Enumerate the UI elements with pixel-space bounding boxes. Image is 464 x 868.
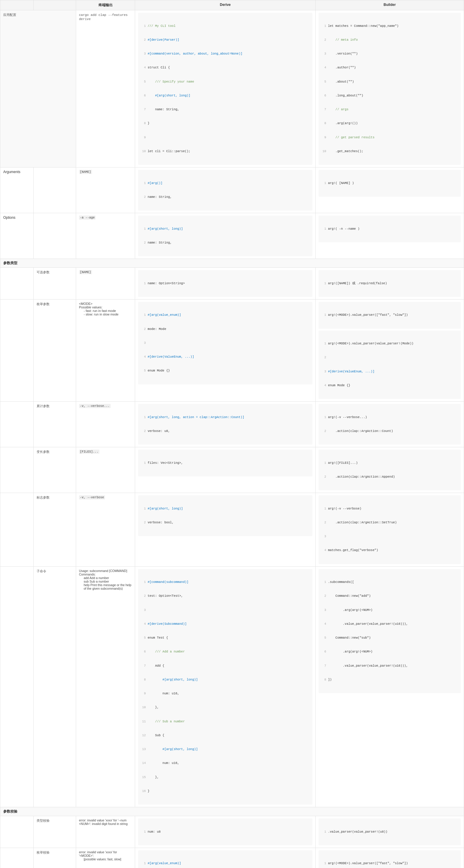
row-label-empty8 <box>0 848 34 868</box>
row-sublabel-typecheck: 类型校验 <box>34 816 76 848</box>
row-derive-enum: 1#[arg(value_enum)] 2mode: Mode 3 4#[der… <box>135 299 315 401</box>
row-builder-flag: 1arg!(-v --verbose) 2 .action(clap::ArgA… <box>315 493 464 567</box>
table-row: 可选参数 [NAME] 1name: Option<String> 1arg!(… <box>0 268 464 300</box>
main-table: 终端输出 Derive Builder 应用配置 cargo add clap … <box>0 0 464 868</box>
row-builder-count: 1arg!(-v --verbose...) 2 .action(clap::A… <box>315 402 464 447</box>
row-sublabel-subcommand: 子命令 <box>34 566 76 807</box>
row-sublabel-enum: 枚举参数 <box>34 299 76 401</box>
row-label-empty3 <box>0 402 34 447</box>
row-builder-varlen: 1arg!([FILES]...) 2 .action(clap::ArgAct… <box>315 447 464 493</box>
table-row: Arguments [NAME] 1#[arg()] 2name: String… <box>0 167 464 213</box>
table-row: 累计参数 -v, --verbose... 1#[arg(short, long… <box>0 402 464 447</box>
table-row: 子命令 Usage: subcommand [COMMAND] Commands… <box>0 566 464 807</box>
col-header-label <box>0 0 34 10</box>
row-label-empty2 <box>0 299 34 401</box>
row-label-empty5 <box>0 493 34 567</box>
row-derive-options: 1#[arg(short, long)] 2name: String, <box>135 213 315 259</box>
row-terminal-optional: [NAME] <box>76 268 135 300</box>
row-label-empty6 <box>0 566 34 807</box>
row-label-empty7 <box>0 816 34 848</box>
row-sublabel-varlen: 变长参数 <box>34 447 76 493</box>
row-terminal-options: -a --age <box>76 213 135 259</box>
row-terminal-flag: -v, --verbose <box>76 493 135 567</box>
row-builder-arguments: 1arg!( [NAME] ) <box>315 167 464 213</box>
row-terminal-enum: <MODE> Possible values: - fast: run in f… <box>76 299 135 401</box>
row-sublabel-options <box>34 213 76 259</box>
row-label-empty4 <box>0 447 34 493</box>
section-label-paramtype: 参数类型 <box>0 259 464 268</box>
table-row: 枚举校验 error: invalid value 'xxxx' for '<M… <box>0 848 464 868</box>
row-terminal-enumcheck: error: invalid value 'xxxx' for '<MODE>'… <box>76 848 135 868</box>
col-header-derive: Derive <box>135 0 315 10</box>
row-label-arguments: Arguments <box>0 167 34 213</box>
row-terminal-subcommand: Usage: subcommand [COMMAND] Commands: ad… <box>76 566 135 807</box>
row-derive-subcommand: 1#[command(subcommand)] 2test: Option<Te… <box>135 566 315 807</box>
row-builder-optional: 1arg!([NAME]) 或 .required(false) <box>315 268 464 300</box>
row-terminal-typecheck: error: invalid value 'xxxx' for '--num <… <box>76 816 135 848</box>
row-sublabel-count: 累计参数 <box>34 402 76 447</box>
table-row: 枚举参数 <MODE> Possible values: - fast: run… <box>0 299 464 401</box>
row-label-options: Options <box>0 213 34 259</box>
cargo-derive-cmd: cargo add clap --features derive <box>76 10 135 167</box>
row-sublabel-flag: 标志参数 <box>34 493 76 567</box>
row-builder-options: 1arg!( -n --name ) <box>315 213 464 259</box>
row-derive-count: 1#[arg(short, long, action = clap::ArgAc… <box>135 402 315 447</box>
row-sublabel-enumcheck: 枚举校验 <box>34 848 76 868</box>
row-label-empty1 <box>0 268 34 300</box>
table-row: 类型校验 error: invalid value 'xxxx' for '--… <box>0 816 464 848</box>
row-terminal-arguments: [NAME] <box>76 167 135 213</box>
row-derive-typecheck: 1num: u8 <box>135 816 315 848</box>
row-sublabel-optional: 可选参数 <box>34 268 76 300</box>
app-config-builder: 1let matches = Command::new("app_name") … <box>315 10 464 167</box>
col-header-builder: Builder <box>315 0 464 10</box>
col-header-sublabel <box>34 0 76 10</box>
table-row: 变长参数 [FILES]... 1files: Vec<String>, 1ar… <box>0 447 464 493</box>
row-sublabel <box>34 167 76 213</box>
row-derive-enumcheck: 1#[arg(value_enum)] 2mode: Mode 3 4#[der… <box>135 848 315 868</box>
row-terminal-count: -v, --verbose... <box>76 402 135 447</box>
col-header-terminal: 终端输出 <box>76 0 135 10</box>
row-derive-varlen: 1files: Vec<String>, <box>135 447 315 493</box>
row-derive-flag: 1#[arg(short, long)] 2verbose: bool, <box>135 493 315 567</box>
row-builder-enum: 1arg!(<MODE>).value_parser(["fast", "slo… <box>315 299 464 401</box>
row-builder-enumcheck: 1arg!(<MODE>).value_parser(["fast", "slo… <box>315 848 464 868</box>
row-label-appconfig: 应用配置 <box>0 10 76 167</box>
section-header-paramvalidation: 参数校验 <box>0 807 464 816</box>
app-config-derive: 1/// My CLI tool 2#[derive(Parser)] 3#[c… <box>135 10 315 167</box>
section-label-paramvalidation: 参数校验 <box>0 807 464 816</box>
row-terminal-varlen: [FILES]... <box>76 447 135 493</box>
table-row: Options -a --age 1#[arg(short, long)] 2n… <box>0 213 464 259</box>
row-builder-typecheck: 1.value_parser(value_parser!(u8)) <box>315 816 464 848</box>
row-builder-subcommand: 1.subcommands([ 2 Command::new("add") 3 … <box>315 566 464 807</box>
row-derive-arguments: 1#[arg()] 2name: String, <box>135 167 315 213</box>
table-row: 标志参数 -v, --verbose 1#[arg(short, long)] … <box>0 493 464 567</box>
row-derive-optional: 1name: Option<String> <box>135 268 315 300</box>
section-header-paramtype: 参数类型 <box>0 259 464 268</box>
